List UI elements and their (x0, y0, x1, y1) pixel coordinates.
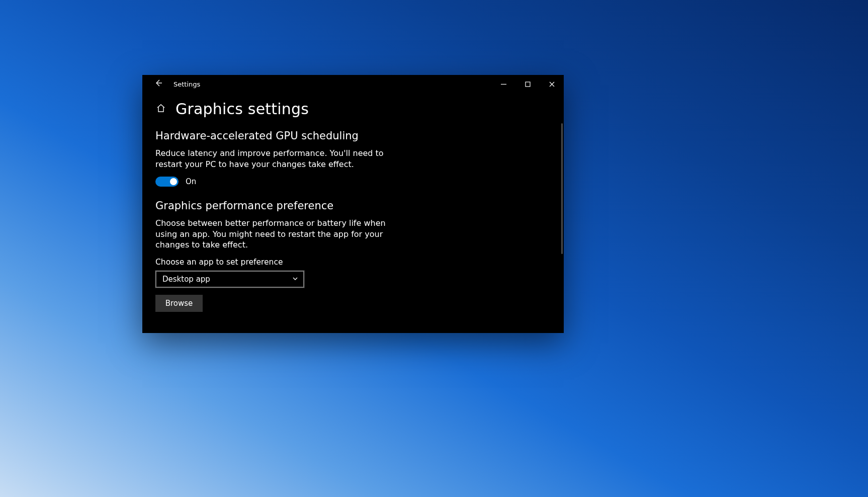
settings-window: Settings (142, 75, 564, 333)
close-icon (549, 79, 555, 89)
svg-rect-1 (526, 82, 530, 87)
gpu-scheduling-toggle[interactable] (155, 177, 179, 187)
back-arrow-icon (154, 79, 162, 89)
window-controls (491, 75, 564, 93)
minimize-icon (501, 79, 506, 89)
choose-app-label: Choose an app to set preference (155, 258, 551, 267)
performance-preference-description: Choose between better performance or bat… (155, 218, 392, 251)
browse-button[interactable]: Browse (155, 295, 203, 312)
home-button[interactable] (155, 104, 166, 115)
page-header: Graphics settings (155, 100, 551, 118)
gpu-scheduling-toggle-row: On (155, 177, 551, 187)
gpu-scheduling-section: Hardware-accelerated GPU scheduling Redu… (155, 130, 551, 187)
maximize-icon (525, 79, 531, 89)
home-icon (156, 103, 166, 115)
titlebar: Settings (142, 75, 564, 93)
chevron-down-icon (292, 274, 298, 284)
gpu-scheduling-heading: Hardware-accelerated GPU scheduling (155, 130, 551, 142)
performance-preference-section: Graphics performance preference Choose b… (155, 200, 551, 312)
gpu-scheduling-description: Reduce latency and improve performance. … (155, 148, 392, 170)
minimize-button[interactable] (491, 75, 515, 93)
gpu-scheduling-toggle-label: On (186, 177, 196, 186)
content-area: Graphics settings Hardware-accelerated G… (142, 93, 564, 333)
scrollbar[interactable] (561, 123, 563, 254)
dropdown-selected-value: Desktop app (162, 275, 210, 284)
back-button[interactable] (151, 77, 165, 91)
maximize-button[interactable] (515, 75, 540, 93)
performance-preference-heading: Graphics performance preference (155, 200, 551, 212)
toggle-knob (170, 178, 177, 185)
page-title: Graphics settings (176, 100, 309, 118)
app-title: Settings (173, 80, 200, 88)
app-type-dropdown[interactable]: Desktop app (155, 271, 304, 288)
close-button[interactable] (540, 75, 564, 93)
